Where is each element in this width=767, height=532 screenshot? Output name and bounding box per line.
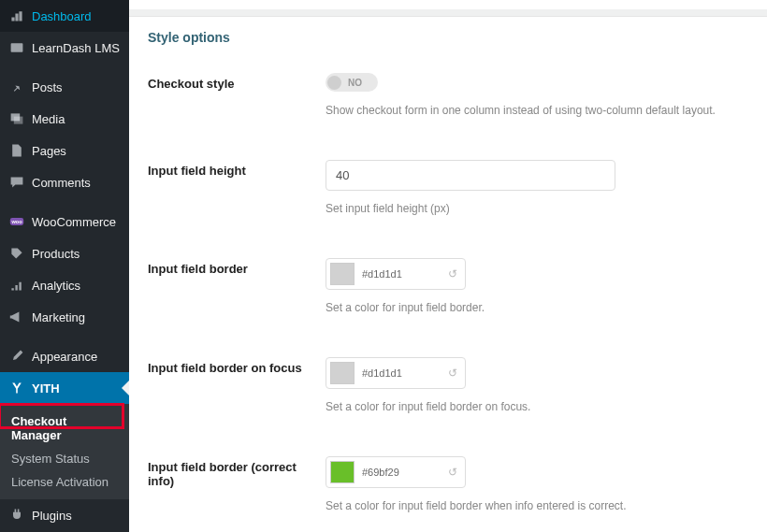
reset-icon[interactable]: ↺ [444,367,461,380]
row-checkout-style: Checkout style NO Show checkout form in … [148,73,748,117]
admin-sidebar: Dashboard LearnDash LMS Posts Media Page… [0,0,129,532]
sidebar-item-label: Marketing [32,310,85,324]
row-input-border-correct: Input field border (correct info) #69bf2… [148,456,748,512]
color-picker-border-focus[interactable]: #d1d1d1 ↺ [326,357,466,389]
sidebar-item-label: LearnDash LMS [32,41,120,55]
sidebar-item-yith[interactable]: YITH [0,372,129,404]
sidebar-item-label: Analytics [32,279,80,293]
brush-icon [7,347,26,366]
sidebar-item-label: Media [32,112,65,126]
sidebar-item-label: Plugins [32,509,72,523]
label-checkout-style: Checkout style [148,73,326,117]
toggle-knob [327,76,341,90]
sidebar-item-posts[interactable]: Posts [0,71,129,103]
help-input-border-correct: Set a color for input field border when … [326,499,748,512]
help-input-height: Set input field height (px) [326,202,748,215]
sidebar-item-label: Products [32,247,80,261]
woocommerce-icon: woo [7,212,26,231]
sidebar-item-label: WooCommerce [32,215,116,229]
color-picker-border[interactable]: #d1d1d1 ↺ [326,258,466,290]
color-value: #69bf29 [362,467,444,478]
svg-text:woo: woo [10,219,22,224]
help-input-border: Set a color for input field border. [326,301,748,314]
input-field-height[interactable] [326,160,615,191]
row-input-border-focus: Input field border on focus #d1d1d1 ↺ Se… [148,357,748,413]
analytics-icon [7,276,26,295]
reset-icon[interactable]: ↺ [444,267,461,280]
plug-icon [7,506,26,525]
color-swatch [330,362,355,384]
yith-submenu: Checkout Manager System Status License A… [0,404,129,499]
sidebar-item-products[interactable]: Products [0,237,129,269]
svg-rect-0 [11,43,23,52]
sidebar-item-comments[interactable]: Comments [0,166,129,198]
color-picker-border-correct[interactable]: #69bf29 ↺ [326,456,466,488]
section-title: Style options [148,17,748,73]
row-input-height: Input field height Set input field heigh… [148,160,748,215]
label-input-border: Input field border [148,258,326,314]
sidebar-item-label: Posts [32,80,63,94]
toggle-text: NO [348,78,362,88]
sidebar-item-label: Comments [32,176,91,190]
sidebar-item-label: Dashboard [32,9,92,23]
color-swatch [330,263,355,285]
toggle-checkout-style[interactable]: NO [326,73,378,92]
help-checkout-style: Show checkout form in one column instead… [326,104,748,117]
sidebar-item-learndash[interactable]: LearnDash LMS [0,32,129,64]
panel-top-bar [129,9,767,17]
color-value: #d1d1d1 [362,367,444,379]
submenu-system-status[interactable]: System Status [0,447,129,470]
reset-icon[interactable]: ↺ [444,466,461,479]
sidebar-item-plugins[interactable]: Plugins [0,499,129,531]
sidebar-item-dashboard[interactable]: Dashboard [0,0,129,32]
media-icon [7,109,26,128]
page-icon [7,141,26,160]
pin-icon [7,78,26,96]
sidebar-item-woocommerce[interactable]: woo WooCommerce [0,206,129,237]
label-input-border-correct: Input field border (correct info) [148,456,326,512]
main-content: Style options Checkout style NO Show che… [129,0,767,532]
color-swatch [330,461,355,483]
sidebar-item-label: YITH [32,381,60,395]
submenu-checkout-manager[interactable]: Checkout Manager [0,410,129,447]
help-input-border-focus: Set a color for input field border on fo… [326,400,748,413]
sidebar-item-pages[interactable]: Pages [0,135,129,166]
svg-rect-2 [14,117,23,124]
sidebar-item-appearance[interactable]: Appearance [0,340,129,372]
sidebar-item-label: Pages [32,144,66,158]
row-input-border: Input field border #d1d1d1 ↺ Set a color… [148,258,748,314]
label-input-border-focus: Input field border on focus [148,357,326,413]
sidebar-item-analytics[interactable]: Analytics [0,269,129,301]
submenu-license-activation[interactable]: License Activation [0,470,129,494]
color-value: #d1d1d1 [362,268,444,280]
learndash-icon [7,38,26,57]
sidebar-item-marketing[interactable]: Marketing [0,301,129,333]
sidebar-item-media[interactable]: Media [0,103,129,135]
label-input-height: Input field height [148,160,326,215]
dashboard-icon [7,7,26,25]
sidebar-item-label: Appearance [32,350,97,364]
comment-icon [7,173,26,192]
products-icon [7,244,26,263]
megaphone-icon [7,308,26,326]
yith-icon [7,379,26,397]
